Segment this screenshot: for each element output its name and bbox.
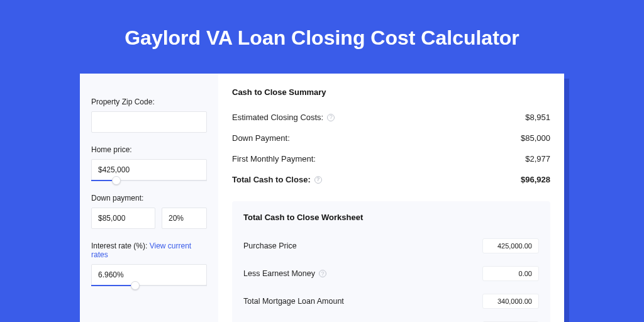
summary-total-value: $96,928 xyxy=(521,175,550,184)
summary-label: First Monthly Payment: xyxy=(232,154,316,164)
summary-heading: Cash to Close Summary xyxy=(232,87,550,97)
home-price-input[interactable] xyxy=(98,165,200,174)
down-payment-percent-box[interactable] xyxy=(162,208,207,229)
worksheet-label: Purchase Price xyxy=(243,242,297,250)
interest-rate-slider-thumb[interactable] xyxy=(131,281,140,290)
worksheet-row: Total Mortgage Loan Amount 340,000.00 xyxy=(243,287,539,315)
down-payment-field: Down payment: xyxy=(91,194,207,229)
interest-rate-field: Interest rate (%): View current rates xyxy=(91,242,207,286)
home-price-label: Home price: xyxy=(91,145,207,154)
summary-total-label: Total Cash to Close: xyxy=(232,175,311,184)
summary-total-row: Total Cash to Close: ? $96,928 xyxy=(232,169,550,190)
help-icon[interactable]: ? xyxy=(314,176,322,184)
interest-rate-label-text: Interest rate (%): xyxy=(91,242,150,250)
summary-value: $8,951 xyxy=(525,113,550,122)
zip-input-box[interactable] xyxy=(91,111,207,133)
summary-value: $85,000 xyxy=(521,133,550,143)
interest-rate-label: Interest rate (%): View current rates xyxy=(91,242,207,259)
zip-field: Property Zip Code: xyxy=(91,97,207,133)
worksheet-row: Less Earnest Money ? 0.00 xyxy=(243,260,539,287)
summary-value: $2,977 xyxy=(525,154,550,164)
down-payment-percent-input[interactable] xyxy=(169,214,200,223)
summary-row: Estimated Closing Costs: ? $8,951 xyxy=(232,107,550,128)
worksheet-value-box[interactable]: 0.00 xyxy=(482,266,539,281)
summary-row: First Monthly Payment: $2,977 xyxy=(232,148,550,169)
calculator-card-wrap: Property Zip Code: Home price: Down paym… xyxy=(80,74,564,322)
zip-input[interactable] xyxy=(98,118,200,126)
calculator-card: Property Zip Code: Home price: Down paym… xyxy=(80,74,564,322)
worksheet-value-box[interactable]: 425,000.00 xyxy=(482,238,539,253)
home-price-slider-thumb[interactable] xyxy=(112,176,121,185)
down-payment-amount-box[interactable] xyxy=(91,208,155,229)
down-payment-amount-input[interactable] xyxy=(98,214,148,223)
home-price-slider[interactable] xyxy=(91,180,207,181)
down-payment-label: Down payment: xyxy=(91,194,207,203)
interest-rate-input-box[interactable] xyxy=(91,264,207,286)
interest-rate-input[interactable] xyxy=(98,270,200,279)
help-icon[interactable]: ? xyxy=(327,114,335,121)
help-icon[interactable]: ? xyxy=(319,270,326,277)
interest-rate-slider[interactable] xyxy=(91,285,207,286)
zip-label: Property Zip Code: xyxy=(91,97,207,106)
worksheet-label: Less Earnest Money xyxy=(243,269,315,278)
summary-label: Estimated Closing Costs: xyxy=(232,113,323,122)
inputs-sidebar: Property Zip Code: Home price: Down paym… xyxy=(80,74,218,322)
home-price-input-box[interactable] xyxy=(91,159,207,180)
summary-row: Down Payment: $85,000 xyxy=(232,128,550,148)
worksheet-value-box[interactable]: 340,000.00 xyxy=(482,294,539,309)
interest-rate-slider-fill xyxy=(91,285,135,286)
worksheet-row: Purchase Price 425,000.00 xyxy=(243,232,539,260)
worksheet-row: Total Second Mortgage Amount ? 0.00 xyxy=(243,315,539,322)
results-main: Cash to Close Summary Estimated Closing … xyxy=(218,74,564,322)
page-title: Gaylord VA Loan Closing Cost Calculator xyxy=(0,0,644,74)
home-price-field: Home price: xyxy=(91,145,207,181)
worksheet-section: Total Cash to Close Worksheet Purchase P… xyxy=(232,201,550,322)
worksheet-label: Total Mortgage Loan Amount xyxy=(243,297,344,306)
summary-label: Down Payment: xyxy=(232,133,290,143)
worksheet-heading: Total Cash to Close Worksheet xyxy=(243,213,539,222)
